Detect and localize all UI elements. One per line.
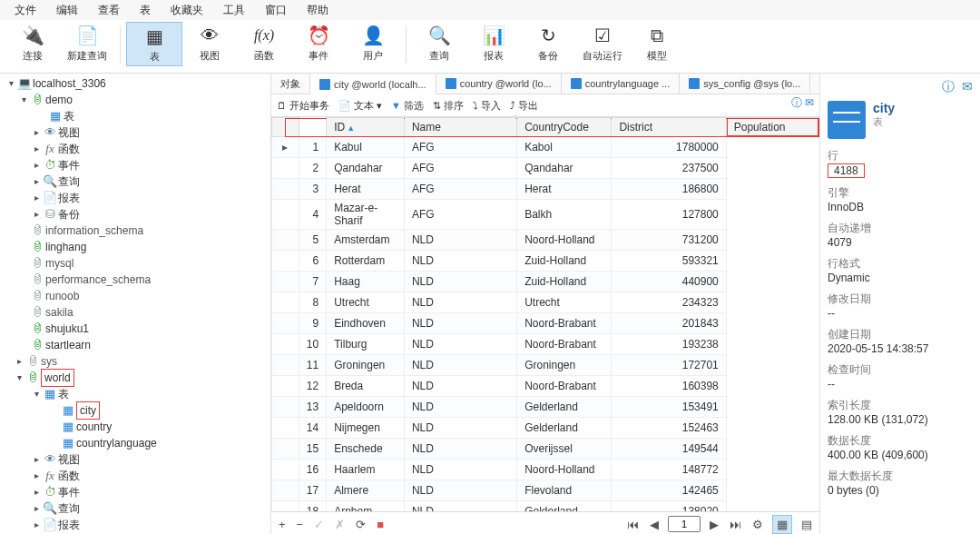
menu-帮助[interactable]: 帮助 xyxy=(298,1,338,20)
form-view-icon[interactable]: ▤ xyxy=(799,518,814,531)
ribbon-函数[interactable]: f(x)函数 xyxy=(237,22,291,64)
ribbon-报表[interactable]: 📊报表 xyxy=(466,22,521,64)
prev-page-button[interactable]: ◀ xyxy=(648,518,661,531)
tab-overflow-icons[interactable]: ⓘ ✉ xyxy=(791,95,814,111)
table-row[interactable]: 12BredaNLDNoord-Brabant160398 xyxy=(272,376,819,397)
tree-函数[interactable]: ▸fx函数 xyxy=(0,141,270,157)
table-row[interactable]: 6RotterdamNLDZuid-Holland593321 xyxy=(272,251,819,272)
next-page-button[interactable]: ▶ xyxy=(708,518,720,531)
info-icon[interactable]: ⓘ xyxy=(942,79,955,95)
table-row[interactable]: 7HaagNLDZuid-Holland440900 xyxy=(272,272,819,292)
tree-视图[interactable]: ▸👁视图 xyxy=(0,451,270,468)
filter-button[interactable]: ▼ 筛选 xyxy=(391,99,424,113)
export-button[interactable]: ⤴ 导出 xyxy=(510,99,538,113)
settings-icon[interactable]: ⚙ xyxy=(750,518,765,531)
mail-icon[interactable]: ✉ xyxy=(962,79,973,95)
menu-收藏夹[interactable]: 收藏夹 xyxy=(162,1,212,20)
tab-countrylanguage ...[interactable]: countrylanguage ... xyxy=(562,74,681,94)
col-Population[interactable]: Population xyxy=(726,118,818,137)
table-row[interactable]: 16HaarlemNLDNoord-Holland148772 xyxy=(272,460,819,480)
tree-demo[interactable]: ▾🛢demo xyxy=(0,92,270,108)
tab-city @world (localh...[interactable]: city @world (localh... xyxy=(310,74,436,94)
table-row[interactable]: 10TilburgNLDNoord-Brabant193238 xyxy=(272,334,819,355)
tree-事件[interactable]: ▸⏱事件 xyxy=(0,484,270,500)
ribbon-连接[interactable]: 🔌连接 xyxy=(5,22,60,64)
tree-performance_schema[interactable]: 🛢performance_schema xyxy=(0,272,270,288)
tree-查询[interactable]: ▸🔍查询 xyxy=(0,173,270,190)
menu-文件[interactable]: 文件 xyxy=(5,1,45,20)
tree-sys[interactable]: ▸🛢sys xyxy=(0,353,270,370)
table-row[interactable]: 9EindhovenNLDNoord-Brabant201843 xyxy=(272,313,819,334)
tree-sakila[interactable]: 🛢sakila xyxy=(0,304,270,321)
table-row[interactable]: 4Mazar-e-SharifAFGBalkh127800 xyxy=(272,200,819,230)
ribbon-事件[interactable]: ⏰事件 xyxy=(291,22,346,64)
tree-表[interactable]: ▾▦表 xyxy=(0,386,270,402)
tree-函数[interactable]: ▸fx函数 xyxy=(0,468,270,484)
ribbon-模型[interactable]: ⧉模型 xyxy=(630,22,684,64)
menu-工具[interactable]: 工具 xyxy=(214,1,254,20)
tree-startlearn[interactable]: 🛢startlearn xyxy=(0,337,270,353)
ribbon-表[interactable]: ▦表 xyxy=(126,22,182,66)
ribbon-自动运行[interactable]: ☑自动运行 xyxy=(575,22,630,64)
ribbon-新建查询[interactable]: 📄新建查询 xyxy=(60,22,114,64)
tab-对象[interactable]: 对象 xyxy=(271,74,310,94)
tree-runoob[interactable]: 🛢runoob xyxy=(0,288,270,304)
col-Name[interactable]: Name xyxy=(404,118,516,137)
menu-编辑[interactable]: 编辑 xyxy=(47,1,87,20)
tree-表[interactable]: ▦表 xyxy=(0,108,270,124)
table-row[interactable]: 5AmsterdamNLDNoord-Holland731200 xyxy=(272,230,819,251)
import-button[interactable]: ⤵ 导入 xyxy=(473,99,501,113)
stop-button[interactable]: ■ xyxy=(375,518,386,531)
tree-world[interactable]: ▾🛢world xyxy=(0,370,270,386)
first-page-button[interactable]: ⏮ xyxy=(625,518,641,531)
ribbon-备份[interactable]: ↻备份 xyxy=(521,22,575,64)
grid-view-icon[interactable]: ▦ xyxy=(772,515,792,534)
col-CountryCode[interactable]: CountryCode xyxy=(517,118,612,137)
table-row[interactable]: 2QandaharAFGQandahar237500 xyxy=(272,158,819,179)
last-page-button[interactable]: ⏭ xyxy=(728,518,743,531)
col-ID[interactable]: ID▲ xyxy=(327,118,405,137)
data-grid[interactable]: ID▲NameCountryCodeDistrictPopulation▸1Ka… xyxy=(271,117,819,511)
tab-sys_config @sys (lo...[interactable]: sys_config @sys (lo... xyxy=(680,74,810,94)
tree-备份[interactable]: ▸⛁备份 xyxy=(0,206,270,222)
text-button[interactable]: 📄 文本 ▾ xyxy=(338,99,382,113)
tree-localhost_3306[interactable]: ▾💻localhost_3306 xyxy=(0,75,270,92)
tab-country @world (lo...[interactable]: country @world (lo... xyxy=(436,74,562,94)
nav-tree[interactable]: ▾💻localhost_3306▾🛢demo▦表▸👁视图▸fx函数▸⏱事件▸🔍查… xyxy=(0,74,271,534)
tree-事件[interactable]: ▸⏱事件 xyxy=(0,157,270,173)
tree-country[interactable]: ▦country xyxy=(0,419,270,435)
tree-视图[interactable]: ▸👁视图 xyxy=(0,124,270,141)
add-row-button[interactable]: + xyxy=(277,518,288,531)
tree-shujuku1[interactable]: 🛢shujuku1 xyxy=(0,321,270,337)
cancel-button[interactable]: ✗ xyxy=(333,518,347,531)
menu-查看[interactable]: 查看 xyxy=(89,1,129,20)
tree-countrylanguage[interactable]: ▦countrylanguage xyxy=(0,435,270,451)
refresh-button[interactable]: ⟳ xyxy=(354,518,368,531)
table-row[interactable]: 13ApeldoornNLDGelderland153491 xyxy=(272,397,819,418)
ribbon-用户[interactable]: 👤用户 xyxy=(346,22,400,64)
tree-查询[interactable]: ▸🔍查询 xyxy=(0,500,270,517)
table-row[interactable]: 8UtrechtNLDUtrecht234323 xyxy=(272,292,819,313)
tree-报表[interactable]: ▸📄报表 xyxy=(0,517,270,533)
ribbon-视图[interactable]: 👁视图 xyxy=(182,22,237,64)
tree-information_schema[interactable]: 🛢information_schema xyxy=(0,222,270,239)
table-row[interactable]: 14NijmegenNLDGelderland152463 xyxy=(272,418,819,439)
table-row[interactable]: 11GroningenNLDGroningen172701 xyxy=(272,355,819,376)
ribbon-查询[interactable]: 🔍查询 xyxy=(412,22,466,64)
menu-表[interactable]: 表 xyxy=(131,1,160,20)
start-transaction-button[interactable]: 🗒 开始事务 xyxy=(277,99,329,113)
table-row[interactable]: 18ArnhemNLDGelderland138020 xyxy=(272,501,819,512)
table-row[interactable]: 17AlmereNLDFlevoland142465 xyxy=(272,480,819,501)
page-input[interactable] xyxy=(668,516,701,532)
col-District[interactable]: District xyxy=(612,118,726,137)
commit-button[interactable]: ✓ xyxy=(312,518,326,531)
table-row[interactable]: 15EnschedeNLDOverijssel149544 xyxy=(272,439,819,460)
table-row[interactable]: 3HeratAFGHerat186800 xyxy=(272,179,819,200)
menu-窗口[interactable]: 窗口 xyxy=(256,1,296,20)
tree-报表[interactable]: ▸📄报表 xyxy=(0,190,270,206)
delete-row-button[interactable]: − xyxy=(295,518,306,531)
sort-button[interactable]: ⇅ 排序 xyxy=(433,99,464,113)
tree-city[interactable]: ▦city xyxy=(0,402,270,419)
table-row[interactable]: ▸1KabulAFGKabol1780000 xyxy=(272,137,819,158)
tree-linghang[interactable]: 🛢linghang xyxy=(0,239,270,255)
